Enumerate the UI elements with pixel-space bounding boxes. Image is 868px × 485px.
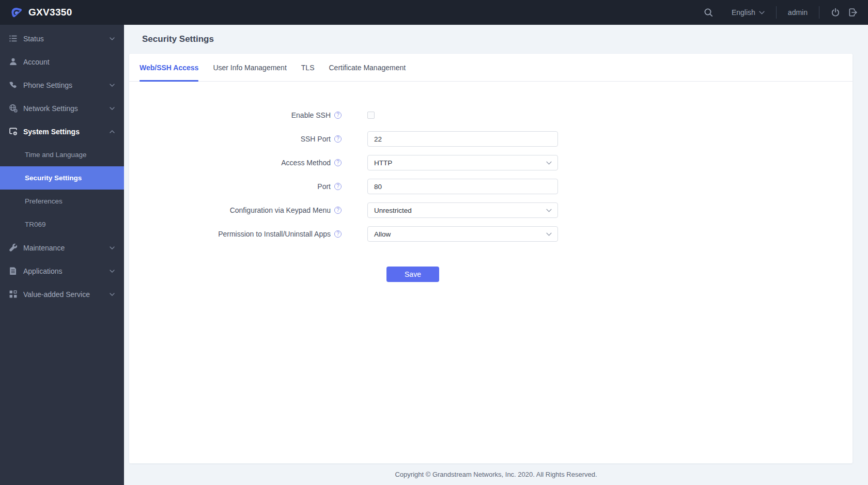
status-list-icon xyxy=(9,34,18,43)
chevron-down-icon xyxy=(546,232,552,236)
page-title-row: Security Settings xyxy=(124,25,868,54)
logout-icon[interactable] xyxy=(848,8,858,17)
topbar-right: English admin xyxy=(704,6,868,19)
main-content: Security Settings Web/SSH Access User In… xyxy=(124,25,868,485)
chevron-down-icon xyxy=(110,37,115,40)
form-row-enable-ssh: Enable SSH xyxy=(129,107,853,123)
field-label: Configuration via Keypad Menu xyxy=(230,206,331,214)
sidebar-item-maintenance[interactable]: Maintenance xyxy=(0,236,124,259)
settings-card: Web/SSH Access User Info Management TLS … xyxy=(129,54,853,463)
port-input[interactable] xyxy=(367,179,558,194)
sidebar-item-account[interactable]: Account xyxy=(0,50,124,73)
account-person-icon xyxy=(9,57,18,66)
sidebar-item-label: Preferences xyxy=(25,197,63,205)
selected-value: Unrestricted xyxy=(374,207,412,214)
sidebar-item-time-and-language[interactable]: Time and Language xyxy=(0,143,124,166)
chevron-down-icon xyxy=(546,209,552,212)
help-icon[interactable] xyxy=(334,112,342,119)
language-selector[interactable]: English xyxy=(732,8,765,17)
language-label: English xyxy=(732,8,755,17)
chevron-down-icon xyxy=(110,107,115,110)
sidebar-item-label: System Settings xyxy=(23,128,110,136)
access-method-select[interactable]: HTTP xyxy=(367,155,558,170)
sidebar-item-label: Phone Settings xyxy=(23,81,110,89)
sidebar-item-value-added-service[interactable]: Value-added Service xyxy=(0,283,124,306)
sidebar-item-label: Maintenance xyxy=(23,244,110,252)
grid-squares-icon xyxy=(9,290,18,299)
field-label: Permission to Install/Uninstall Apps xyxy=(218,230,331,238)
footer: Copyright © Grandstream Networks, Inc. 2… xyxy=(124,463,868,485)
sidebar-item-label: Applications xyxy=(23,267,110,275)
sidebar-item-label: Time and Language xyxy=(25,151,87,159)
selected-value: HTTP xyxy=(374,159,392,167)
help-icon[interactable] xyxy=(334,230,342,238)
divider xyxy=(819,6,819,19)
sidebar-item-security-settings[interactable]: Security Settings xyxy=(0,166,124,190)
form-row-port: Port xyxy=(129,179,853,194)
sidebar: Status Account Phone Settings Network Se… xyxy=(0,25,124,485)
keypad-menu-config-select[interactable]: Unrestricted xyxy=(367,202,558,218)
search-icon[interactable] xyxy=(704,8,713,17)
field-label: Port xyxy=(317,182,331,191)
power-icon[interactable] xyxy=(831,8,840,17)
sidebar-item-tr069[interactable]: TR069 xyxy=(0,213,124,236)
install-uninstall-apps-select[interactable]: Allow xyxy=(367,226,558,242)
tabbar: Web/SSH Access User Info Management TLS … xyxy=(129,54,853,82)
help-icon[interactable] xyxy=(334,159,342,166)
sidebar-item-system-settings[interactable]: System Settings xyxy=(0,120,124,143)
sidebar-item-label: Security Settings xyxy=(25,174,82,182)
ssh-port-input[interactable] xyxy=(367,131,558,147)
grandstream-logo-icon xyxy=(10,6,23,19)
save-button[interactable]: Save xyxy=(386,267,439,282)
enable-ssh-checkbox[interactable] xyxy=(367,112,375,119)
system-monitor-gear-icon xyxy=(9,127,18,136)
field-label: Access Method xyxy=(281,159,331,167)
sidebar-item-label: Status xyxy=(23,35,110,43)
web-ssh-access-form: Enable SSH SSH Port Access Method xyxy=(129,82,853,282)
sidebar-item-label: Value-added Service xyxy=(23,290,110,299)
tools-wrench-icon xyxy=(9,243,18,252)
phone-handset-icon xyxy=(9,81,18,89)
sidebar-item-label: TR069 xyxy=(25,221,46,228)
field-label: Enable SSH xyxy=(291,111,331,119)
help-icon[interactable] xyxy=(334,183,342,190)
help-icon[interactable] xyxy=(334,135,342,143)
page-title: Security Settings xyxy=(142,34,214,44)
network-globe-gear-icon xyxy=(9,104,18,113)
brand: GXV3350 xyxy=(0,6,72,19)
divider xyxy=(776,6,777,19)
form-row-ssh-port: SSH Port xyxy=(129,131,853,147)
user-menu[interactable]: admin xyxy=(788,8,808,17)
topbar: GXV3350 English admin xyxy=(0,0,868,25)
sidebar-item-preferences[interactable]: Preferences xyxy=(0,190,124,213)
chevron-down-icon xyxy=(110,84,115,87)
tab-certificate-management[interactable]: Certificate Management xyxy=(329,54,406,81)
chevron-up-icon xyxy=(110,130,115,133)
tab-web-ssh-access[interactable]: Web/SSH Access xyxy=(140,54,198,81)
form-row-permission-install-uninstall-apps: Permission to Install/Uninstall Apps All… xyxy=(129,226,853,242)
chevron-down-icon xyxy=(546,161,552,165)
chevron-down-icon xyxy=(110,270,115,273)
sidebar-item-phone-settings[interactable]: Phone Settings xyxy=(0,73,124,97)
chevron-down-icon xyxy=(110,293,115,296)
selected-value: Allow xyxy=(374,230,391,238)
sidebar-item-label: Network Settings xyxy=(23,104,110,113)
sidebar-item-status[interactable]: Status xyxy=(0,27,124,50)
field-label: SSH Port xyxy=(301,135,331,143)
document-icon xyxy=(9,267,18,275)
device-title: GXV3350 xyxy=(28,7,72,18)
tab-tls[interactable]: TLS xyxy=(301,54,315,81)
tab-user-info-management[interactable]: User Info Management xyxy=(213,54,286,81)
form-row-configuration-via-keypad-menu: Configuration via Keypad Menu Unrestrict… xyxy=(129,202,853,218)
sidebar-item-applications[interactable]: Applications xyxy=(0,259,124,283)
help-icon[interactable] xyxy=(334,207,342,214)
form-row-access-method: Access Method HTTP xyxy=(129,155,853,170)
sidebar-item-label: Account xyxy=(23,58,115,66)
chevron-down-icon xyxy=(110,246,115,249)
sidebar-item-network-settings[interactable]: Network Settings xyxy=(0,97,124,120)
copyright: Copyright © Grandstream Networks, Inc. 2… xyxy=(395,471,597,478)
chevron-down-icon xyxy=(759,11,765,14)
